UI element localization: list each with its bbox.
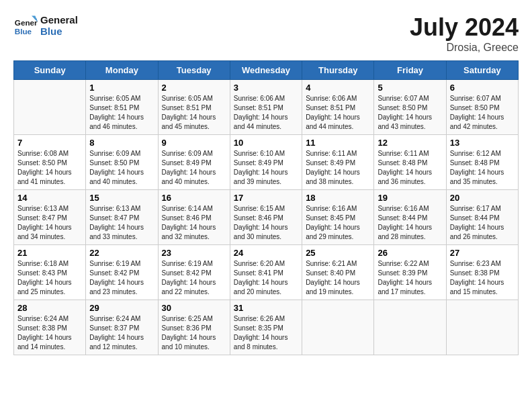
calendar-cell: 29Sunrise: 6:24 AM Sunset: 8:37 PM Dayli… xyxy=(86,300,158,355)
day-number: 28 xyxy=(17,303,82,313)
day-info: Sunrise: 6:09 AM Sunset: 8:49 PM Dayligh… xyxy=(162,149,226,187)
calendar-cell: 24Sunrise: 6:20 AM Sunset: 8:41 PM Dayli… xyxy=(230,245,302,300)
day-info: Sunrise: 6:22 AM Sunset: 8:39 PM Dayligh… xyxy=(378,259,442,297)
day-number: 12 xyxy=(378,138,442,148)
calendar-cell: 2Sunrise: 6:05 AM Sunset: 8:51 PM Daylig… xyxy=(158,80,230,135)
page-header: General Blue General Blue July 2024 Dros… xyxy=(13,13,519,54)
day-number: 9 xyxy=(162,138,226,148)
day-info: Sunrise: 6:06 AM Sunset: 8:51 PM Dayligh… xyxy=(234,94,298,132)
day-number: 11 xyxy=(306,138,370,148)
calendar-week-row: 7Sunrise: 6:08 AM Sunset: 8:50 PM Daylig… xyxy=(14,135,519,190)
day-number: 20 xyxy=(450,193,515,203)
calendar-cell: 25Sunrise: 6:21 AM Sunset: 8:40 PM Dayli… xyxy=(302,245,374,300)
calendar-cell: 10Sunrise: 6:10 AM Sunset: 8:49 PM Dayli… xyxy=(230,135,302,190)
weekday-header: Monday xyxy=(86,61,158,80)
day-number: 8 xyxy=(89,138,154,148)
day-info: Sunrise: 6:15 AM Sunset: 8:46 PM Dayligh… xyxy=(234,204,298,242)
calendar-cell: 28Sunrise: 6:24 AM Sunset: 8:38 PM Dayli… xyxy=(14,300,86,355)
day-info: Sunrise: 6:06 AM Sunset: 8:51 PM Dayligh… xyxy=(306,94,370,132)
calendar-week-row: 14Sunrise: 6:13 AM Sunset: 8:47 PM Dayli… xyxy=(14,190,519,245)
calendar-cell: 11Sunrise: 6:11 AM Sunset: 8:49 PM Dayli… xyxy=(302,135,374,190)
day-number: 24 xyxy=(234,248,298,258)
day-number: 15 xyxy=(89,193,154,203)
day-number: 17 xyxy=(234,193,298,203)
day-info: Sunrise: 6:05 AM Sunset: 8:51 PM Dayligh… xyxy=(89,94,154,132)
weekday-header: Thursday xyxy=(302,61,374,80)
day-info: Sunrise: 6:25 AM Sunset: 8:36 PM Dayligh… xyxy=(162,314,226,352)
day-number: 14 xyxy=(17,193,82,203)
calendar-cell: 31Sunrise: 6:26 AM Sunset: 8:35 PM Dayli… xyxy=(230,300,302,355)
svg-text:General: General xyxy=(15,18,38,27)
day-info: Sunrise: 6:11 AM Sunset: 8:48 PM Dayligh… xyxy=(378,149,442,187)
weekday-header: Sunday xyxy=(14,61,86,80)
weekday-header-row: SundayMondayTuesdayWednesdayThursdayFrid… xyxy=(14,61,519,80)
day-number: 29 xyxy=(89,303,154,313)
day-info: Sunrise: 6:13 AM Sunset: 8:47 PM Dayligh… xyxy=(17,204,82,242)
calendar-cell: 15Sunrise: 6:13 AM Sunset: 8:47 PM Dayli… xyxy=(86,190,158,245)
calendar-cell xyxy=(302,300,374,355)
calendar-cell: 19Sunrise: 6:16 AM Sunset: 8:44 PM Dayli… xyxy=(374,190,446,245)
calendar-week-row: 21Sunrise: 6:18 AM Sunset: 8:43 PM Dayli… xyxy=(14,245,519,300)
day-info: Sunrise: 6:19 AM Sunset: 8:42 PM Dayligh… xyxy=(162,259,226,297)
weekday-header: Tuesday xyxy=(158,61,230,80)
calendar-cell: 22Sunrise: 6:19 AM Sunset: 8:42 PM Dayli… xyxy=(86,245,158,300)
location: Drosia, Greece xyxy=(410,42,519,54)
day-number: 1 xyxy=(89,83,154,93)
day-number: 10 xyxy=(234,138,298,148)
calendar-cell: 5Sunrise: 6:07 AM Sunset: 8:50 PM Daylig… xyxy=(374,80,446,135)
day-info: Sunrise: 6:10 AM Sunset: 8:49 PM Dayligh… xyxy=(234,149,298,187)
logo-line1: General xyxy=(40,14,78,26)
day-number: 16 xyxy=(162,193,226,203)
calendar-cell: 3Sunrise: 6:06 AM Sunset: 8:51 PM Daylig… xyxy=(230,80,302,135)
calendar-cell: 17Sunrise: 6:15 AM Sunset: 8:46 PM Dayli… xyxy=(230,190,302,245)
day-number: 30 xyxy=(162,303,226,313)
calendar-cell: 23Sunrise: 6:19 AM Sunset: 8:42 PM Dayli… xyxy=(158,245,230,300)
weekday-header: Wednesday xyxy=(230,61,302,80)
calendar-cell: 20Sunrise: 6:17 AM Sunset: 8:44 PM Dayli… xyxy=(446,190,518,245)
calendar-cell: 14Sunrise: 6:13 AM Sunset: 8:47 PM Dayli… xyxy=(14,190,86,245)
day-number: 2 xyxy=(162,83,226,93)
day-info: Sunrise: 6:14 AM Sunset: 8:46 PM Dayligh… xyxy=(162,204,226,242)
day-info: Sunrise: 6:24 AM Sunset: 8:37 PM Dayligh… xyxy=(89,314,154,352)
day-info: Sunrise: 6:21 AM Sunset: 8:40 PM Dayligh… xyxy=(306,259,370,297)
calendar-cell xyxy=(446,300,518,355)
day-info: Sunrise: 6:13 AM Sunset: 8:47 PM Dayligh… xyxy=(89,204,154,242)
calendar-cell: 13Sunrise: 6:12 AM Sunset: 8:48 PM Dayli… xyxy=(446,135,518,190)
day-info: Sunrise: 6:11 AM Sunset: 8:49 PM Dayligh… xyxy=(306,149,370,187)
day-number: 13 xyxy=(450,138,515,148)
day-number: 5 xyxy=(378,83,442,93)
day-info: Sunrise: 6:18 AM Sunset: 8:43 PM Dayligh… xyxy=(17,259,82,297)
logo-icon: General Blue xyxy=(13,13,38,38)
title-block: July 2024 Drosia, Greece xyxy=(410,13,519,54)
day-number: 6 xyxy=(450,83,515,93)
logo-line2: Blue xyxy=(40,26,78,37)
day-number: 23 xyxy=(162,248,226,258)
day-info: Sunrise: 6:12 AM Sunset: 8:48 PM Dayligh… xyxy=(450,149,515,187)
calendar-week-row: 28Sunrise: 6:24 AM Sunset: 8:38 PM Dayli… xyxy=(14,300,519,355)
calendar-cell xyxy=(374,300,446,355)
day-info: Sunrise: 6:05 AM Sunset: 8:51 PM Dayligh… xyxy=(162,94,226,132)
calendar-cell: 18Sunrise: 6:16 AM Sunset: 8:45 PM Dayli… xyxy=(302,190,374,245)
svg-text:Blue: Blue xyxy=(15,27,32,36)
day-info: Sunrise: 6:16 AM Sunset: 8:45 PM Dayligh… xyxy=(306,204,370,242)
day-number: 22 xyxy=(89,248,154,258)
calendar-cell xyxy=(14,80,86,135)
day-info: Sunrise: 6:16 AM Sunset: 8:44 PM Dayligh… xyxy=(378,204,442,242)
day-info: Sunrise: 6:23 AM Sunset: 8:38 PM Dayligh… xyxy=(450,259,515,297)
calendar-week-row: 1Sunrise: 6:05 AM Sunset: 8:51 PM Daylig… xyxy=(14,80,519,135)
calendar-cell: 12Sunrise: 6:11 AM Sunset: 8:48 PM Dayli… xyxy=(374,135,446,190)
weekday-header: Saturday xyxy=(446,61,518,80)
calendar-cell: 30Sunrise: 6:25 AM Sunset: 8:36 PM Dayli… xyxy=(158,300,230,355)
calendar-table: SundayMondayTuesdayWednesdayThursdayFrid… xyxy=(13,60,519,355)
logo: General Blue General Blue xyxy=(13,13,78,38)
calendar-cell: 27Sunrise: 6:23 AM Sunset: 8:38 PM Dayli… xyxy=(446,245,518,300)
calendar-cell: 21Sunrise: 6:18 AM Sunset: 8:43 PM Dayli… xyxy=(14,245,86,300)
calendar-cell: 8Sunrise: 6:09 AM Sunset: 8:50 PM Daylig… xyxy=(86,135,158,190)
weekday-header: Friday xyxy=(374,61,446,80)
calendar-cell: 26Sunrise: 6:22 AM Sunset: 8:39 PM Dayli… xyxy=(374,245,446,300)
day-number: 21 xyxy=(17,248,82,258)
day-number: 27 xyxy=(450,248,515,258)
day-number: 19 xyxy=(378,193,442,203)
day-number: 4 xyxy=(306,83,370,93)
day-info: Sunrise: 6:09 AM Sunset: 8:50 PM Dayligh… xyxy=(89,149,154,187)
